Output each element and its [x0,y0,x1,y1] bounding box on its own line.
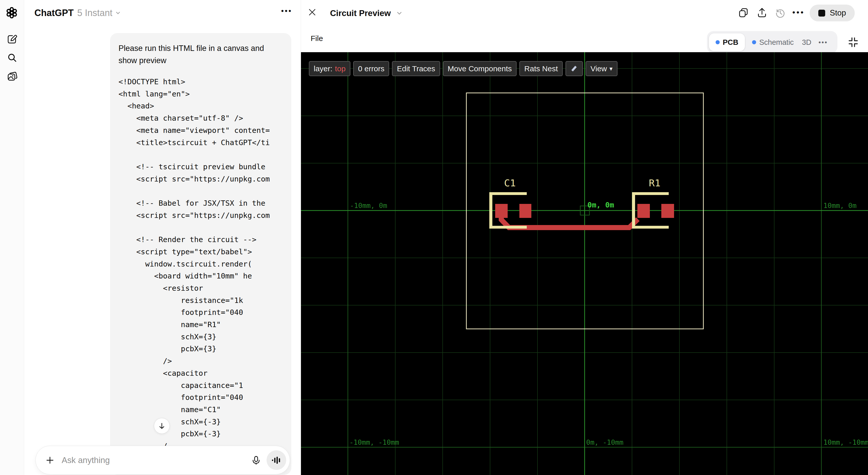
chatgpt-logo-icon[interactable] [6,7,17,18]
view-caret-icon: ▾ [610,65,613,72]
move-components-button[interactable]: Move Components [443,61,517,76]
tab-3d[interactable]: 3D [802,38,811,46]
pcb-dot-icon [716,40,720,44]
pencil-tool-button[interactable] [565,61,583,76]
file-menu[interactable]: File [311,34,323,43]
search-icon[interactable] [6,52,18,63]
app-title: ChatGPT [34,8,74,18]
coord-label-left-x: -10mm, 0m [350,202,387,209]
errors-button[interactable]: 0 errors [353,61,389,76]
coord-label-right-x: 10mm, 0m [824,202,857,209]
new-chat-icon[interactable] [6,34,18,45]
coord-label-bottom-center: 0m, -10mm [586,438,623,446]
tab-pcb[interactable]: PCB [709,33,745,51]
coord-label-bottom-left: -10mm, -10mm [349,438,399,446]
copy-icon[interactable] [738,7,749,19]
panel-title-text: Circuit Preview [330,8,391,18]
view-dropdown-button[interactable]: View ▾ [586,61,618,76]
layer-button[interactable]: layer: top [309,61,350,76]
composer [35,446,290,474]
chevron-down-icon [115,10,121,16]
attach-plus-icon[interactable] [45,455,55,465]
model-name: 5 Instant [77,8,113,18]
code-block: <!DOCTYPE html> <html lang="en"> <head> … [119,76,287,452]
down-arrow-icon [158,422,166,430]
stop-label: Stop [830,8,846,18]
edit-traces-button[interactable]: Edit Traces [392,61,440,76]
title-chevron-down-icon[interactable] [396,10,403,17]
pcb-drawing: C1 R1 0m, 0m -10mm, 0m 10mm, 0m -10mm, -… [301,52,868,475]
mic-icon[interactable] [251,455,261,465]
history-icon[interactable] [774,7,786,19]
user-message-text: Please run this HTML file in a canvas an… [119,42,264,67]
stop-square-icon [818,10,825,16]
pencil-icon [570,65,578,73]
pcb-toolbar: layer: top 0 errors Edit Traces Move Com… [309,61,618,76]
pcb-canvas[interactable]: C1 R1 0m, 0m -10mm, 0m 10mm, 0m -10mm, -… [301,52,868,475]
rats-nest-button[interactable]: Rats Nest [519,61,563,76]
library-icon[interactable] [6,71,18,82]
collapse-icon[interactable] [846,35,860,49]
coord-label-bottom-right: 10mm, -10mm [824,438,868,446]
canvas-panel: Circuit Preview ••• Stop File PCB Schema… [301,0,868,475]
message-input[interactable] [61,455,251,465]
view-tabs: PCB Schematic 3D ••• [707,31,837,54]
tabs-overflow-icon[interactable]: ••• [818,38,828,46]
layer-value: top [335,64,346,73]
share-icon[interactable] [756,7,768,19]
stop-button[interactable]: Stop [810,5,855,22]
voice-mode-button[interactable] [267,450,286,470]
user-message-bubble: Please run this HTML file in a canvas an… [110,33,291,475]
r1-label: R1 [649,177,660,189]
audio-wave-icon [271,455,282,466]
scroll-to-bottom-button[interactable] [154,418,170,434]
sidebar [0,0,24,475]
panel-overflow-menu-icon[interactable]: ••• [792,8,805,17]
origin-label: 0m, 0m [587,201,614,209]
chat-overflow-menu-icon[interactable]: ••• [281,7,292,15]
panel-title: Circuit Preview [330,8,403,18]
c1-label: C1 [504,177,516,189]
model-selector[interactable]: ChatGPT 5 Instant [34,8,121,18]
close-icon[interactable] [308,8,319,19]
schematic-dot-icon [752,40,756,44]
chat-panel: ChatGPT 5 Instant ••• Please run this HT… [24,0,301,475]
tab-schematic[interactable]: Schematic [752,38,794,46]
